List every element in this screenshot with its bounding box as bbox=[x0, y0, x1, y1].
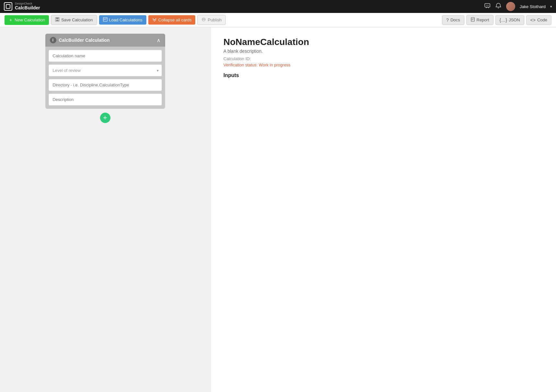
publish-icon bbox=[201, 17, 206, 23]
topbar-right: Jake Stothard ▾ bbox=[484, 2, 552, 11]
calc-id-label: Calculation ID: bbox=[223, 56, 543, 61]
bell-icon[interactable] bbox=[495, 3, 502, 11]
description-input[interactable] bbox=[49, 94, 162, 106]
right-panel: NoNameCalculation A blank description. C… bbox=[210, 27, 556, 392]
svg-point-3 bbox=[488, 5, 489, 6]
directory-input[interactable] bbox=[49, 79, 162, 91]
svg-rect-6 bbox=[56, 20, 59, 21]
collapse-icon bbox=[152, 17, 157, 23]
calc-description: A blank description. bbox=[223, 49, 543, 54]
logo-box bbox=[4, 2, 12, 11]
docs-label: Docs bbox=[450, 17, 460, 22]
toolbar-right: ? Docs Report {…} JSON <> Code bbox=[442, 15, 551, 25]
toolbar-left: ＋ New Calculation Save Calculation bbox=[5, 15, 226, 25]
report-icon bbox=[471, 17, 475, 23]
svg-rect-7 bbox=[103, 17, 107, 21]
collapse-all-label: Collapse all cards bbox=[158, 17, 192, 22]
topbar-left: DesignCheck CalcBuilder bbox=[4, 2, 40, 11]
avatar[interactable] bbox=[506, 2, 515, 11]
user-name: Jake Stothard bbox=[520, 4, 546, 9]
card-body: Level of review Level 1 Level 2 Level 3 … bbox=[45, 47, 165, 109]
svg-rect-9 bbox=[471, 17, 474, 21]
add-btn-wrapper: + bbox=[6, 113, 204, 123]
new-calculation-button[interactable]: ＋ New Calculation bbox=[5, 15, 49, 25]
collapse-all-button[interactable]: Collapse all cards bbox=[148, 15, 196, 25]
load-calculations-label: Load Calculations bbox=[109, 17, 142, 22]
code-label: Code bbox=[537, 17, 547, 22]
brand-text: DesignCheck CalcBuilder bbox=[15, 2, 40, 10]
calc-card: i CalcBuilder Calculation ∧ Level of rev… bbox=[45, 34, 165, 109]
publish-button[interactable]: Publish bbox=[197, 15, 226, 25]
svg-rect-5 bbox=[56, 17, 59, 19]
level-of-review-select[interactable]: Level of review Level 1 Level 2 Level 3 bbox=[49, 64, 162, 76]
docs-button[interactable]: ? Docs bbox=[442, 15, 464, 25]
chat-icon[interactable] bbox=[484, 3, 491, 11]
report-label: Report bbox=[477, 17, 489, 22]
inputs-heading: Inputs bbox=[223, 73, 543, 78]
card-collapse-button[interactable]: ∧ bbox=[157, 37, 161, 43]
card-header-left: i CalcBuilder Calculation bbox=[50, 37, 110, 43]
new-calculation-label: New Calculation bbox=[15, 17, 45, 22]
json-button[interactable]: {…} JSON bbox=[495, 15, 524, 25]
plus-icon: ＋ bbox=[8, 17, 13, 23]
brand-calcbuilder: CalcBuilder bbox=[15, 6, 40, 10]
level-of-review-wrapper: Level of review Level 1 Level 2 Level 3 … bbox=[49, 64, 162, 76]
calc-name-heading: NoNameCalculation bbox=[223, 37, 543, 47]
code-button[interactable]: <> Code bbox=[526, 15, 551, 25]
verification-status: Verification status: Work in progress bbox=[223, 62, 543, 67]
docs-icon: ? bbox=[446, 17, 449, 23]
user-dropdown-arrow[interactable]: ▾ bbox=[550, 5, 552, 9]
left-panel: i CalcBuilder Calculation ∧ Level of rev… bbox=[0, 27, 210, 392]
json-label: JSON bbox=[509, 17, 520, 22]
load-calculations-button[interactable]: Load Calculations bbox=[99, 15, 146, 25]
save-calculation-button[interactable]: Save Calculation bbox=[51, 15, 97, 25]
svg-point-1 bbox=[486, 5, 487, 6]
json-icon: {…} bbox=[500, 17, 507, 23]
card-header: i CalcBuilder Calculation ∧ bbox=[45, 34, 165, 47]
save-calculation-label: Save Calculation bbox=[61, 17, 93, 22]
code-icon: <> bbox=[530, 17, 536, 23]
report-button[interactable]: Report bbox=[466, 15, 494, 25]
toolbar: ＋ New Calculation Save Calculation bbox=[0, 13, 556, 27]
info-icon: i bbox=[50, 37, 56, 43]
logo-inner bbox=[6, 4, 10, 9]
svg-point-2 bbox=[487, 5, 488, 6]
card-title: CalcBuilder Calculation bbox=[59, 38, 110, 43]
publish-label: Publish bbox=[208, 17, 221, 22]
add-block-button[interactable]: + bbox=[100, 113, 110, 123]
calculation-name-input[interactable] bbox=[49, 50, 162, 62]
main-area: i CalcBuilder Calculation ∧ Level of rev… bbox=[0, 27, 556, 392]
save-icon bbox=[55, 17, 60, 23]
topbar: DesignCheck CalcBuilder Jake Stothar bbox=[0, 0, 556, 13]
load-icon bbox=[103, 17, 108, 23]
